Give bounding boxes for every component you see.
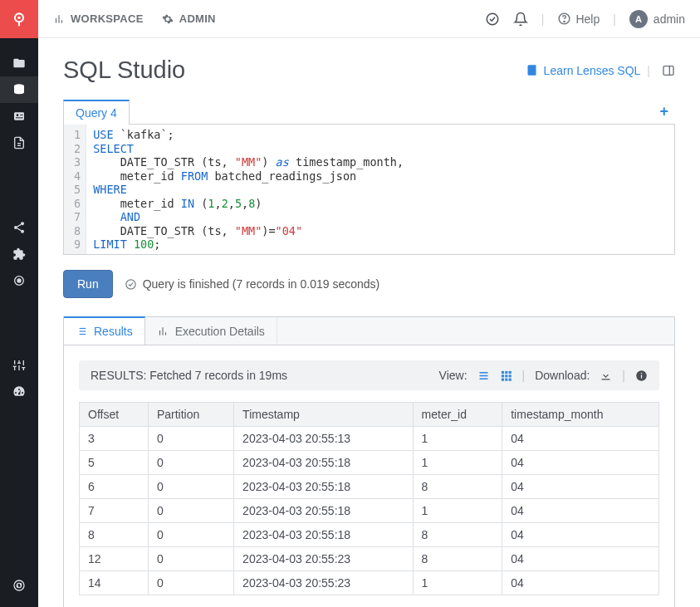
view-list-button[interactable] bbox=[477, 370, 490, 382]
nav-document[interactable] bbox=[0, 130, 38, 156]
results-table: OffsetPartitionTimestampmeter_idtimestam… bbox=[79, 402, 659, 595]
line-gutter: 123456789 bbox=[64, 125, 86, 254]
view-label: View: bbox=[439, 369, 467, 382]
user-menu[interactable]: A admin bbox=[629, 10, 685, 28]
svg-point-25 bbox=[14, 580, 24, 590]
learn-sql-link[interactable]: Learn Lenses SQL bbox=[544, 64, 641, 77]
tab-results[interactable]: Results bbox=[64, 316, 145, 345]
svg-point-58 bbox=[641, 372, 643, 374]
table-row[interactable]: 802023-04-03 20:55:18804 bbox=[80, 523, 659, 547]
share-icon bbox=[12, 221, 26, 234]
svg-point-9 bbox=[21, 222, 24, 225]
column-header: meter_id bbox=[413, 403, 502, 427]
page-title: SQL Studio bbox=[63, 56, 185, 84]
run-button[interactable]: Run bbox=[63, 270, 113, 298]
nav-sliders[interactable] bbox=[0, 352, 38, 379]
sliders-icon bbox=[12, 359, 26, 372]
left-sidebar bbox=[0, 0, 38, 607]
table-row[interactable]: 302023-04-03 20:55:13104 bbox=[80, 427, 659, 451]
nav-plugins[interactable] bbox=[0, 241, 38, 267]
tab-execution-details[interactable]: Execution Details bbox=[145, 317, 277, 345]
svg-rect-47 bbox=[501, 370, 503, 373]
svg-rect-5 bbox=[20, 115, 22, 115]
svg-rect-53 bbox=[501, 378, 503, 380]
document-icon bbox=[12, 136, 26, 149]
results-panel: RESULTS: Fetched 7 records in 19ms View:… bbox=[63, 345, 675, 607]
svg-line-12 bbox=[17, 228, 22, 231]
svg-point-4 bbox=[17, 114, 19, 116]
table-row[interactable]: 1402023-04-03 20:55:23104 bbox=[80, 571, 659, 595]
svg-point-11 bbox=[21, 230, 24, 233]
gear-icon bbox=[162, 13, 174, 25]
notifications-icon[interactable] bbox=[513, 12, 528, 27]
target-icon bbox=[12, 274, 26, 287]
svg-point-10 bbox=[14, 226, 17, 229]
query-tabs: Query 4 + bbox=[63, 99, 675, 125]
svg-line-13 bbox=[17, 224, 22, 227]
avatar: A bbox=[629, 10, 648, 28]
svg-rect-48 bbox=[505, 370, 507, 373]
help-icon bbox=[557, 12, 571, 26]
id-card-icon bbox=[12, 110, 26, 123]
table-row[interactable]: 502023-04-03 20:55:18104 bbox=[80, 451, 659, 475]
svg-point-15 bbox=[17, 279, 21, 282]
svg-rect-32 bbox=[663, 66, 673, 75]
check-circle-icon bbox=[125, 278, 137, 291]
code-area[interactable]: USE `kafka`;SELECT DATE_TO_STR (ts, "MM"… bbox=[86, 125, 410, 254]
results-tabs: Results Execution Details bbox=[63, 316, 675, 345]
svg-point-29 bbox=[487, 13, 498, 25]
workspace-label: WORKSPACE bbox=[71, 12, 144, 25]
run-status: Query is finished (7 records in 0.019 se… bbox=[125, 277, 380, 291]
svg-point-1 bbox=[17, 17, 20, 19]
bar-chart-icon bbox=[157, 326, 169, 337]
svg-rect-57 bbox=[641, 374, 642, 378]
nav-folder[interactable] bbox=[0, 50, 38, 76]
svg-rect-49 bbox=[508, 370, 511, 373]
svg-rect-50 bbox=[501, 374, 503, 377]
add-query-tab[interactable]: + bbox=[659, 103, 675, 124]
database-icon bbox=[12, 83, 26, 96]
query-tab-active[interactable]: Query 4 bbox=[63, 100, 130, 125]
status-check-icon[interactable] bbox=[485, 12, 500, 27]
column-header: Offset bbox=[80, 403, 149, 427]
help-label: Help bbox=[575, 12, 600, 26]
download-button[interactable] bbox=[600, 370, 612, 382]
bar-chart-icon bbox=[53, 13, 65, 25]
table-row[interactable]: 702023-04-03 20:55:18104 bbox=[80, 499, 659, 523]
admin-link[interactable]: ADMIN bbox=[162, 12, 216, 25]
panel-toggle-icon[interactable] bbox=[662, 64, 675, 77]
svg-rect-55 bbox=[508, 378, 511, 380]
svg-point-31 bbox=[564, 21, 565, 22]
column-header: Partition bbox=[148, 403, 233, 427]
nav-share[interactable] bbox=[0, 214, 38, 241]
book-icon bbox=[526, 64, 538, 76]
topbar: WORKSPACE ADMIN | Help | A admin bbox=[38, 0, 700, 38]
svg-point-34 bbox=[126, 279, 135, 288]
table-row[interactable]: 1202023-04-03 20:55:23804 bbox=[80, 547, 659, 571]
nav-id[interactable] bbox=[0, 103, 38, 130]
sync-icon bbox=[12, 579, 26, 592]
info-button[interactable] bbox=[635, 370, 648, 382]
help-link[interactable]: Help bbox=[557, 12, 600, 26]
view-grid-button[interactable] bbox=[500, 370, 512, 382]
table-row[interactable]: 602023-04-03 20:55:18804 bbox=[80, 475, 659, 499]
svg-rect-52 bbox=[508, 374, 511, 377]
nav-dashboard[interactable] bbox=[0, 379, 38, 405]
run-status-text: Query is finished (7 records in 0.019 se… bbox=[143, 277, 380, 291]
list-icon bbox=[76, 326, 87, 337]
workspace-link[interactable]: WORKSPACE bbox=[53, 12, 144, 25]
column-header: Timestamp bbox=[234, 403, 413, 427]
main-area: WORKSPACE ADMIN | Help | A admin bbox=[38, 0, 700, 607]
nav-sync[interactable] bbox=[0, 572, 38, 599]
download-label: Download: bbox=[535, 369, 590, 382]
svg-rect-51 bbox=[505, 374, 507, 377]
sql-editor[interactable]: 123456789 USE `kafka`;SELECT DATE_TO_STR… bbox=[63, 125, 675, 255]
nav-database[interactable] bbox=[0, 76, 38, 103]
svg-rect-6 bbox=[16, 117, 23, 118]
nav-target[interactable] bbox=[0, 267, 38, 294]
folder-icon bbox=[12, 56, 26, 70]
app-logo[interactable] bbox=[0, 0, 38, 38]
svg-rect-3 bbox=[14, 112, 24, 120]
user-name: admin bbox=[653, 12, 685, 26]
logo-icon bbox=[11, 11, 27, 27]
